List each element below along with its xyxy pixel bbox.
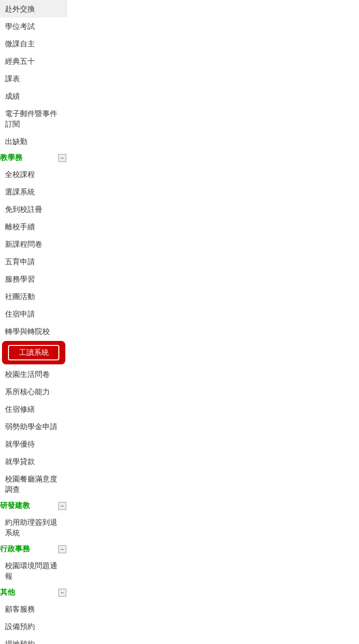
- sidebar-item-dept-core-competency[interactable]: 系所核心能力: [0, 383, 67, 400]
- sidebar-item-transfer[interactable]: 轉學與轉院校: [0, 322, 67, 340]
- sidebar-item-classic-fifty[interactable]: 經典五十: [0, 52, 67, 70]
- sidebar-item-attendance[interactable]: 出缺勤: [0, 133, 67, 150]
- sidebar-item-schedule[interactable]: 課表: [0, 70, 67, 87]
- sidebar-item-customer-service[interactable]: 顧客服務: [0, 600, 67, 618]
- sidebar-item-dorm-apply[interactable]: 住宿申請: [0, 305, 67, 322]
- sidebar-item-email-events[interactable]: 電子郵件暨事件訂閱: [0, 105, 67, 133]
- section-title-other: 其他: [0, 588, 15, 597]
- collapse-btn-research[interactable]: −: [58, 502, 66, 510]
- sidebar-item-five-education[interactable]: 五育申請: [0, 253, 67, 270]
- sidebar-item-no-campus-register[interactable]: 免到校註冊: [0, 200, 67, 218]
- sidebar-item-assistant-sign[interactable]: 約用助理簽到退系統: [0, 513, 67, 541]
- sidebar-item-new-course-survey[interactable]: 新課程問卷: [0, 235, 67, 253]
- sidebar-item-cafeteria-survey[interactable]: 校園餐廳滿意度調查: [0, 470, 67, 498]
- sidebar: 赴外交換 學位考試 微課自主 經典五十 課表 成績 電子郵件暨事件訂閱 出缺勤 …: [0, 0, 67, 644]
- sidebar-item-campus-env-report[interactable]: 校園環境問題通報: [0, 557, 67, 585]
- sidebar-item-study-discount[interactable]: 就學優待: [0, 435, 67, 453]
- collapse-btn-academic[interactable]: −: [58, 154, 66, 162]
- sidebar-item-work-study-highlighted[interactable]: 工讀系統: [2, 341, 65, 364]
- section-title-academic: 教學務: [0, 153, 22, 162]
- section-title-admin: 行政事務: [0, 544, 30, 554]
- collapse-btn-admin[interactable]: −: [58, 545, 66, 553]
- sidebar-item-dorm-repair[interactable]: 住宿修繕: [0, 400, 67, 418]
- work-study-inner-box: 工讀系統: [8, 345, 59, 360]
- sidebar-item-equipment-booking[interactable]: 設備預約: [0, 618, 67, 635]
- section-header-other[interactable]: 其他 −: [0, 585, 67, 600]
- sidebar-item-leave-school[interactable]: 離校手續: [0, 218, 67, 235]
- sidebar-item-all-courses[interactable]: 全校課程: [0, 165, 67, 183]
- sidebar-item-micro-course[interactable]: 微課自主: [0, 35, 67, 52]
- sidebar-item-venue-booking[interactable]: 場地預約: [0, 635, 67, 644]
- sidebar-item-clubs[interactable]: 社團活動: [0, 288, 67, 305]
- sidebar-item-service-learning[interactable]: 服務學習: [0, 270, 67, 288]
- sidebar-item-degree-exam[interactable]: 學位考試: [0, 17, 67, 35]
- section-header-admin[interactable]: 行政事務 −: [0, 541, 67, 557]
- section-title-research: 研發建教: [0, 501, 30, 510]
- sidebar-item-student-loan[interactable]: 就學貸款: [0, 453, 67, 470]
- sidebar-item-campus-life-survey[interactable]: 校園生活問卷: [0, 365, 67, 383]
- sidebar-item-abroad-exchange[interactable]: 赴外交換: [0, 0, 67, 17]
- sidebar-item-course-selection[interactable]: 選課系統: [0, 183, 67, 200]
- section-header-research[interactable]: 研發建教 −: [0, 498, 67, 513]
- sidebar-item-scholarship[interactable]: 弱勢助學金申請: [0, 418, 67, 435]
- sidebar-item-grades[interactable]: 成績: [0, 87, 67, 105]
- collapse-btn-other[interactable]: −: [58, 589, 66, 597]
- section-header-academic[interactable]: 教學務 −: [0, 150, 67, 165]
